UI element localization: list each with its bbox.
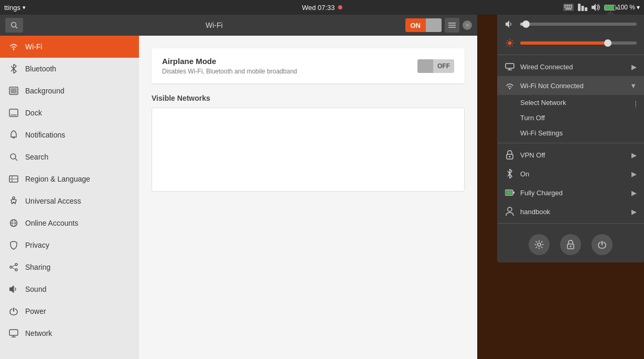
vpn-label: VPN Off (520, 151, 545, 159)
user-label: handbook (520, 208, 550, 216)
sidebar-item-sharing[interactable]: Sharing (0, 256, 139, 278)
sidebar-item-bluetooth[interactable]: Bluetooth (0, 58, 139, 80)
sidebar: Wi-Fi Bluetooth Backgro (0, 36, 139, 359)
settings-footer-button[interactable] (529, 234, 550, 255)
sidebar-item-universal[interactable]: Universal Access (0, 190, 139, 212)
background-icon (8, 86, 19, 96)
power-footer-button[interactable] (592, 234, 613, 255)
menu-item-user[interactable]: handbook ▶ (497, 202, 644, 221)
network-icon (8, 328, 19, 339)
brightness-slider-row (497, 34, 644, 52)
sidebar-item-privacy[interactable]: Privacy (0, 234, 139, 256)
battery-indicator[interactable]: 100 % ▾ (604, 4, 640, 11)
airplane-toggle[interactable]: OFF (417, 59, 454, 73)
svg-line-51 (507, 45, 508, 46)
brightness-slider-track[interactable] (520, 41, 637, 45)
lock-footer-button[interactable] (560, 234, 581, 255)
brightness-slider-thumb[interactable] (604, 39, 611, 47)
brightness-slider-icon (505, 38, 515, 48)
svg-point-35 (10, 266, 12, 268)
network-status-icon[interactable] (578, 4, 587, 11)
dropdown-arrow (606, 10, 615, 15)
airplane-toggle-track (417, 59, 433, 73)
sidebar-bluetooth-label: Bluetooth (25, 65, 56, 73)
airplane-mode-info: Airplane Mode Disables Wi-Fi, Bluetooth … (162, 57, 297, 75)
sidebar-item-network[interactable]: Network (0, 322, 139, 344)
menu-item-wifi-settings[interactable]: Wi-Fi Settings (497, 125, 644, 141)
app-dropdown-icon[interactable]: ▾ (23, 4, 26, 11)
sidebar-sound-label: Sound (25, 285, 46, 293)
titlebar: Wi-Fi ON ✕ (0, 15, 477, 36)
turn-off-label: Turn Off (520, 114, 545, 122)
region-icon (8, 174, 19, 184)
airplane-mode-card: Airplane Mode Disables Wi-Fi, Bluetooth … (152, 48, 465, 83)
universal-icon (8, 196, 19, 206)
sidebar-item-background[interactable]: Background (0, 80, 139, 102)
visible-networks-section: Visible Networks (152, 94, 465, 192)
search-button[interactable] (5, 18, 23, 33)
svg-point-33 (15, 263, 17, 266)
wifi-menu-arrow: ▼ (630, 82, 637, 90)
volume-icon[interactable] (592, 4, 600, 11)
close-button[interactable]: ✕ (463, 20, 472, 30)
svg-rect-59 (506, 191, 512, 195)
sidebar-item-search[interactable]: Search (0, 146, 139, 168)
sidebar-online-label: Online Accounts (25, 219, 78, 227)
sidebar-region-label: Region & Language (25, 175, 90, 183)
sidebar-wifi-label: Wi-Fi (25, 43, 42, 51)
svg-point-55 (509, 88, 511, 90)
wifi-icon (8, 41, 19, 52)
svg-rect-10 (578, 4, 581, 11)
sidebar-item-dock[interactable]: Dock (0, 102, 139, 124)
menu-item-wired[interactable]: Wired Connected ▶ (497, 57, 644, 76)
bluetooth-icon (8, 64, 19, 74)
user-icon (505, 206, 515, 217)
sidebar-item-power[interactable]: Power (0, 300, 139, 322)
datetime-label: Wed 07:33 (302, 4, 335, 12)
svg-rect-8 (571, 7, 572, 8)
volume-slider-track[interactable] (520, 23, 637, 26)
svg-rect-39 (9, 330, 18, 335)
menu-item-bluetooth[interactable]: On ▶ (497, 164, 644, 183)
battery-menu-arrow: ▶ (631, 189, 637, 197)
volume-slider-thumb[interactable] (522, 20, 530, 28)
vpn-icon (505, 150, 515, 160)
topbar: ttings ▾ Wed 07:33 (0, 0, 644, 15)
sidebar-item-notifications[interactable]: Notifications (0, 124, 139, 146)
sidebar-item-sound[interactable]: Sound (0, 278, 139, 300)
app-name-label[interactable]: ttings (4, 4, 20, 12)
svg-rect-2 (566, 5, 568, 6)
sidebar-item-wifi[interactable]: Wi-Fi (0, 36, 139, 58)
menu-item-select-network[interactable]: Select Network | (497, 95, 644, 110)
dock-icon (8, 108, 19, 118)
sidebar-background-label: Background (25, 87, 65, 95)
svg-rect-52 (506, 64, 514, 68)
content-area: Airplane Mode Disables Wi-Fi, Bluetooth … (139, 36, 477, 359)
keyboard-icon[interactable] (563, 4, 574, 11)
svg-point-14 (12, 23, 16, 27)
sharing-icon (8, 262, 19, 272)
menu-footer (497, 227, 644, 258)
menu-item-wifi[interactable]: Wi-Fi Not Connected ▼ (497, 76, 644, 95)
bluetooth-menu-arrow: ▶ (631, 170, 637, 178)
airplane-mode-title: Airplane Mode (162, 57, 297, 66)
svg-point-57 (509, 156, 511, 157)
menu-item-turn-off[interactable]: Turn Off (497, 110, 644, 125)
sidebar-item-region[interactable]: Region & Language (0, 168, 139, 190)
svg-line-25 (15, 159, 17, 161)
menu-item-vpn[interactable]: VPN Off ▶ (497, 145, 644, 164)
svg-rect-12 (585, 7, 587, 11)
svg-rect-3 (568, 5, 570, 6)
airplane-toggle-label: OFF (433, 59, 454, 73)
sidebar-dock-label: Dock (25, 109, 42, 117)
sidebar-privacy-label: Privacy (25, 241, 49, 249)
svg-line-48 (507, 40, 508, 41)
wifi-toggle[interactable]: ON (405, 18, 442, 32)
sidebar-item-online[interactable]: Online Accounts (0, 212, 139, 234)
svg-rect-4 (571, 5, 572, 6)
svg-rect-21 (10, 88, 17, 93)
menu-item-battery[interactable]: Fully Charged ▶ (497, 183, 644, 202)
menu-button[interactable] (445, 18, 459, 33)
svg-rect-23 (10, 114, 17, 115)
bluetooth-menu-icon (505, 168, 515, 179)
